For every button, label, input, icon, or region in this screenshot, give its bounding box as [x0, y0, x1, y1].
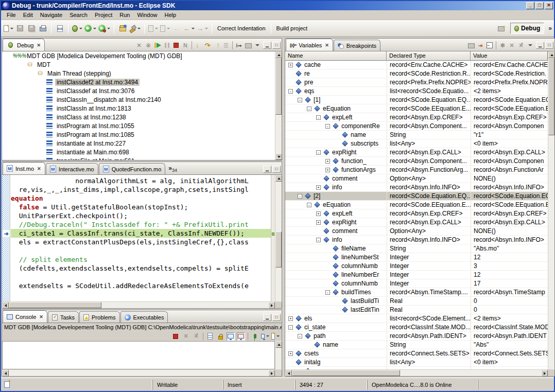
stack-frame-row[interactable]: instClassIn at Inst.mo:1813 — [2, 104, 275, 113]
console-maximize-button[interactable]: □ — [272, 314, 281, 321]
disconnect-button[interactable]: N — [181, 41, 189, 49]
editor-minimize-button[interactable]: ▁ — [263, 166, 271, 173]
console-tab-close-icon[interactable]: ✕ — [39, 314, 43, 319]
variable-row[interactable]: subscriptslist<Any><0 item> — [285, 139, 548, 148]
variables-view-menu-button[interactable] — [526, 41, 534, 49]
collapse-icon[interactable]: - — [316, 238, 321, 242]
variable-row[interactable]: commentOption<Any>NONE() — [285, 174, 548, 183]
variable-row[interactable]: lastBuildTiReal0 — [285, 297, 548, 306]
use-step-filters-button[interactable]: i⇒ — [235, 41, 243, 49]
variable-row[interactable]: +csetsrecord<Connect.Sets.SETS>record<Co… — [285, 349, 548, 358]
tab-executables[interactable]: ▶Executables — [120, 311, 168, 323]
console-minimize-button[interactable]: ▁ — [263, 314, 271, 321]
debug-tree-row[interactable]: ⛁Main Thread (stepping) — [2, 69, 275, 78]
new-watch-button[interactable]: ✱ — [498, 41, 507, 49]
variable-row[interactable]: +inforecord<Absyn.Info.INFO>record<Absyn… — [285, 183, 548, 192]
collapse-icon[interactable]: - — [325, 290, 330, 295]
variable-row[interactable]: +functionArgsrecord<Absyn.FunctionArg...… — [285, 166, 548, 174]
tab-breakpoints[interactable]: Breakpoints — [334, 40, 380, 51]
drop-to-frame-button[interactable]: ☰ — [222, 41, 230, 49]
expand-icon[interactable]: + — [316, 220, 321, 225]
editor-tab-close-icon[interactable]: ✕ — [37, 166, 41, 171]
save-all-button[interactable] — [26, 23, 37, 34]
variable-row[interactable]: -eqslist<record<SCode.Equatio...<2 items… — [285, 87, 548, 96]
column-header-name[interactable]: Name — [285, 51, 387, 61]
close-button[interactable]: ✕ — [545, 2, 553, 9]
debug-launch-button[interactable] — [71, 23, 83, 34]
terminate-button[interactable] — [172, 41, 180, 49]
variable-row[interactable]: -ci_staterecord<ClassInf.State.MOD...rec… — [285, 323, 548, 332]
editor-tab-interactive-mo[interactable]: MInteractive.mo — [46, 163, 98, 174]
variable-row[interactable]: -inforecord<Absyn.Info.INFO>record<Absyn… — [285, 236, 548, 244]
variable-row[interactable]: nameString"Abs" — [285, 341, 548, 349]
console-terminate-button[interactable] — [171, 332, 180, 341]
editor-tab-quotedfunction-mo[interactable]: MQuotedFunction.mo — [99, 163, 166, 174]
variable-row[interactable]: lineNumberErInteger12 — [285, 271, 548, 279]
menu-item-run[interactable]: Run — [116, 11, 133, 19]
variable-row[interactable]: commentOption<Any>NONE() — [285, 227, 548, 236]
forward-button[interactable]: → — [196, 23, 209, 34]
variable-row[interactable]: -eEquationrecord<SCode.EEquation.E...rec… — [285, 201, 548, 209]
perspective-overflow-chevron[interactable]: » — [548, 25, 552, 32]
variables-vertical-scrollbar[interactable] — [548, 51, 554, 376]
variable-row[interactable]: -[2]record<SCode.Equation.EQ...record<SC… — [285, 192, 548, 201]
variable-row[interactable]: columnNumbInteger3 — [285, 262, 548, 271]
editor-vertical-scrollbar[interactable] — [275, 175, 282, 308]
tab-console[interactable]: Console✕ — [3, 310, 47, 323]
run-external-tools-button[interactable]: ▶ — [97, 23, 111, 34]
menu-item-file[interactable]: File — [3, 11, 20, 19]
remove-selected-button[interactable]: ✕ — [508, 41, 516, 49]
show-on-stdout-button[interactable] — [227, 332, 235, 341]
menu-item-navigate[interactable]: Navigate — [37, 11, 66, 19]
correct-indentation-button[interactable]: Correct Indentation — [213, 23, 270, 34]
back-disabled-button[interactable]: ← — [171, 23, 182, 34]
remove-all-button[interactable]: ✕̽ — [517, 41, 525, 49]
debug-restart-button[interactable]: ※ — [144, 41, 152, 49]
stack-frame-row[interactable]: translateFile at Main.mo:561 — [2, 156, 275, 160]
build-project-button[interactable]: Build project — [272, 23, 312, 34]
variable-row[interactable]: +expLeftrecord<Absyn.Exp.CREF>record<Abs… — [285, 209, 548, 218]
stack-frame-row[interactable]: instClassdef2 at Inst.mo:3494 — [2, 78, 275, 86]
binary-file-button[interactable]: 010 — [54, 23, 65, 34]
variable-row[interactable]: +expRightrecord<Absyn.Exp.CALL>record<Ab… — [285, 218, 548, 227]
maximize-button[interactable]: □ — [535, 2, 544, 9]
editor-tab-inst-mo[interactable]: MInst.mo✕ — [3, 162, 45, 174]
collapse-icon[interactable]: - — [298, 334, 302, 338]
collapse-icon[interactable]: - — [298, 194, 302, 199]
variable-row[interactable]: fileNameString"Abs.mo" — [285, 244, 548, 253]
menu-item-project[interactable]: Project — [91, 11, 116, 19]
overview-ruler[interactable] — [271, 175, 275, 301]
stack-frame-row[interactable]: instProgram at Inst.mo:1055 — [2, 121, 275, 130]
back-button[interactable]: ← — [182, 23, 196, 34]
scroll-lock-button[interactable] — [216, 332, 224, 341]
variable-row[interactable]: +cacherecord<Env.Cache.CACHE>record<Env.… — [285, 61, 548, 69]
variables-minimize-button[interactable]: ▁ — [536, 42, 544, 49]
debug-minimize-button[interactable]: ▁ — [263, 42, 271, 49]
menu-item-edit[interactable]: Edit — [20, 11, 37, 19]
variable-row[interactable]: -componentRerecord<Absyn.Component...rec… — [285, 122, 548, 131]
debug-maximize-button[interactable]: □ — [272, 42, 281, 49]
menu-item-search[interactable]: Search — [66, 11, 91, 19]
editor-tabs-overflow[interactable]: »34 — [165, 165, 180, 173]
suspend-button[interactable] — [163, 41, 171, 49]
variable-row[interactable]: -pathrecord<Absyn.Path.IDENT>record<Absy… — [285, 332, 548, 341]
step-over-button[interactable]: ↷ — [203, 41, 212, 49]
remove-all-launches-button[interactable]: ✕̽ — [192, 332, 200, 341]
variables-tab-close-icon[interactable]: ✕ — [325, 43, 329, 48]
variable-row[interactable]: -[1]record<SCode.Equation.EQ...record<SC… — [285, 96, 548, 104]
remove-launch-button[interactable]: ✕ — [182, 332, 190, 341]
console-horizontal-scrollbar[interactable] — [2, 369, 275, 376]
collapse-all-button[interactable]: − — [485, 41, 494, 49]
editor-horizontal-scrollbar[interactable] — [2, 301, 275, 308]
open-console-button[interactable]: ✦ — [271, 332, 280, 341]
editor-body[interactable]: ➜ normalAlgorithmLst = alg, initialAlgor… — [2, 175, 282, 308]
collapse-icon[interactable]: - — [307, 106, 311, 111]
expand-icon[interactable]: + — [325, 159, 330, 164]
show-type-names-button[interactable] — [467, 41, 475, 49]
open-element-button[interactable] — [117, 23, 128, 34]
variable-row[interactable]: lastEditTinReal0 — [285, 306, 548, 314]
stack-frame-row[interactable]: instClass at Inst.mo:1238 — [2, 113, 275, 121]
column-header-value[interactable]: Value — [471, 51, 548, 61]
variables-horizontal-scrollbar[interactable] — [285, 369, 548, 376]
stack-frame-row[interactable]: instantiate at Main.mo:698 — [2, 148, 275, 156]
